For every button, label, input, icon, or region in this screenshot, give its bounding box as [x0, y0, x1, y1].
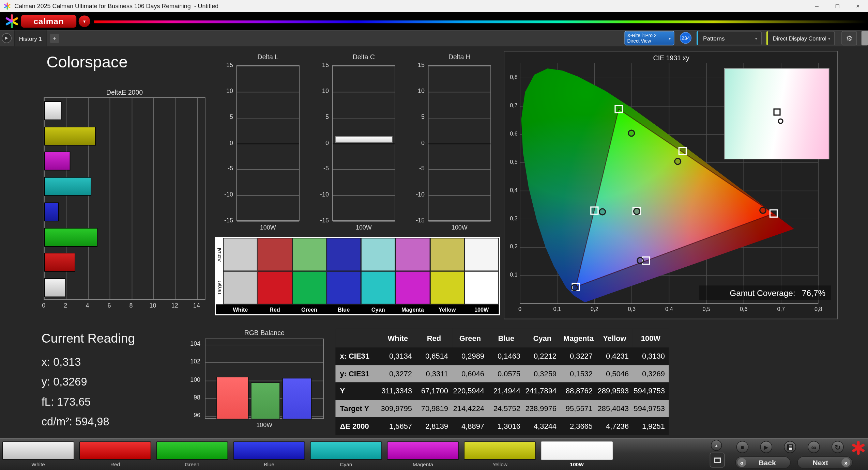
title-bar: Calman 2025 Calman Ultimate for Business…: [0, 0, 868, 12]
chart-plot: [428, 65, 491, 221]
docked-panel-handle[interactable]: [862, 31, 868, 45]
axis-tick: -15: [219, 217, 233, 223]
gridline: [333, 195, 395, 196]
play-button[interactable]: ▶: [760, 441, 772, 453]
logo-menu-button[interactable]: ▼: [79, 15, 90, 27]
history-panel-button[interactable]: ▶: [2, 33, 12, 43]
save-icon: [787, 444, 793, 450]
swatch-labels: WhiteRedGreenBlueCyanMagentaYellow100W: [216, 304, 499, 314]
brand-bar: calman ▼: [0, 12, 868, 31]
table-row: y: CIE310,32720,33110,60460,05750,32590,…: [335, 365, 669, 382]
table-cell: 1,3016: [488, 417, 524, 435]
swatch-column-cyan: [361, 238, 395, 304]
table-row: Y311,334367,1700220,594421,4944241,78948…: [335, 382, 669, 400]
minimize-button[interactable]: –: [807, 0, 827, 12]
settings-button[interactable]: ⚙: [841, 31, 857, 45]
table-cell: 220,5944: [452, 382, 488, 400]
display-control-dropdown[interactable]: Direct Display Control ▼: [766, 31, 835, 45]
gridline: [428, 118, 490, 119]
row-label: Target Y: [335, 400, 380, 417]
meter-select-dropdown[interactable]: X-Rite i1Pro 2 Direct View ▼: [624, 31, 674, 45]
save-button[interactable]: [784, 441, 796, 453]
tab-history-1[interactable]: History 1: [14, 30, 46, 46]
swatch-column-magenta: [395, 238, 430, 304]
up-arrow-icon: ▲: [714, 443, 719, 448]
table-cell: 289,9593: [596, 382, 633, 400]
maximize-button[interactable]: □: [827, 0, 848, 12]
gridline: [237, 118, 299, 119]
rgb-balance-chart: [205, 339, 324, 419]
chart-delta_c: Delta C151050-5-10-15100W: [315, 53, 403, 231]
close-button[interactable]: ×: [848, 0, 868, 12]
gamut-coverage-value: 76,7%: [802, 288, 825, 298]
pattern-button-blue[interactable]: [233, 441, 305, 460]
deltae-axis-tick: 6: [104, 302, 115, 309]
measurement-count-badge[interactable]: 234: [680, 32, 691, 44]
axis-tick: 10: [315, 87, 329, 94]
link-button[interactable]: ∞: [808, 441, 820, 453]
pattern-button-green[interactable]: [156, 441, 228, 460]
table-cell: 285,4043: [596, 400, 633, 417]
rgb-bar-green: [251, 382, 280, 419]
patterns-label: Patterns: [703, 35, 754, 41]
swatch-label: Red: [258, 306, 292, 312]
cie-x-tick: 0,1: [550, 306, 564, 312]
pattern-button-red[interactable]: [79, 441, 151, 460]
axis-tick: 10: [410, 87, 425, 94]
pattern-button-cyan[interactable]: [310, 441, 382, 460]
pattern-button-100w[interactable]: [541, 441, 613, 460]
measured-marker-magenta: [637, 257, 643, 264]
axis-tick: -5: [315, 165, 329, 172]
deltae-axis-tick: 10: [147, 302, 158, 309]
window-controls: – □ ×: [807, 0, 868, 12]
swatch-column-green: [292, 238, 326, 304]
add-tab-button[interactable]: +: [50, 34, 59, 43]
pattern-label: Magenta: [387, 461, 459, 468]
pattern-button-magenta[interactable]: [387, 441, 459, 460]
zero-line: [237, 143, 299, 144]
calman-logo[interactable]: calman: [21, 15, 76, 28]
cie-x-tick: 0,2: [588, 306, 601, 312]
gridline: [333, 118, 395, 119]
rgb-bar-red: [216, 377, 248, 419]
deltae-bar-blue: [44, 202, 59, 221]
swatch-target: [395, 271, 430, 304]
pattern-button-yellow[interactable]: [464, 441, 536, 460]
screen: Calman 2025 Calman Ultimate for Business…: [0, 0, 868, 470]
swatch-column-white: [223, 238, 258, 304]
chevron-down-icon: ▼: [827, 36, 831, 40]
swatch-label: 100W: [465, 306, 499, 312]
back-button[interactable]: « Back: [735, 456, 790, 469]
swatch-column-red: [258, 238, 292, 304]
display-window-button[interactable]: [710, 453, 725, 468]
deltae-bar-green: [44, 228, 98, 247]
table-cell: 0,2989: [452, 347, 488, 365]
cie-y-tick: 0,8: [505, 74, 518, 80]
refresh-button[interactable]: ↻: [832, 441, 844, 453]
scroll-up-button[interactable]: ▲: [711, 440, 722, 451]
pattern-label: Red: [79, 461, 151, 468]
deltae-gridline: [132, 98, 132, 299]
zero-line: [333, 143, 395, 144]
table-cell: 594,9753: [633, 382, 669, 400]
table-cell: 0,3311: [416, 365, 452, 382]
chart-title-delta_h: Delta H: [428, 53, 491, 61]
table-header-cell: Blue: [488, 329, 524, 347]
stop-button[interactable]: ■: [736, 441, 749, 453]
cie-y-tick: 0,6: [505, 130, 518, 137]
next-button[interactable]: Next »: [797, 456, 852, 469]
patterns-dropdown[interactable]: Patterns ▼: [697, 31, 762, 45]
measured-marker-blue: [572, 284, 578, 291]
calman-asterisk-logo: [851, 440, 866, 455]
chevron-down-icon: ▼: [82, 19, 86, 23]
axis-tick: 0: [219, 139, 233, 146]
table-header-cell: Yellow: [596, 329, 633, 347]
swatch-target: [326, 271, 361, 304]
measured-marker-cyan: [599, 209, 606, 215]
axis-tick: 98: [186, 394, 200, 400]
axis-tick: -5: [219, 165, 233, 172]
pattern-button-white[interactable]: [2, 441, 74, 460]
swatch-actual: [395, 238, 430, 271]
cie-chart-title: CIE 1931 xy: [504, 54, 838, 62]
gridline: [333, 66, 395, 66]
